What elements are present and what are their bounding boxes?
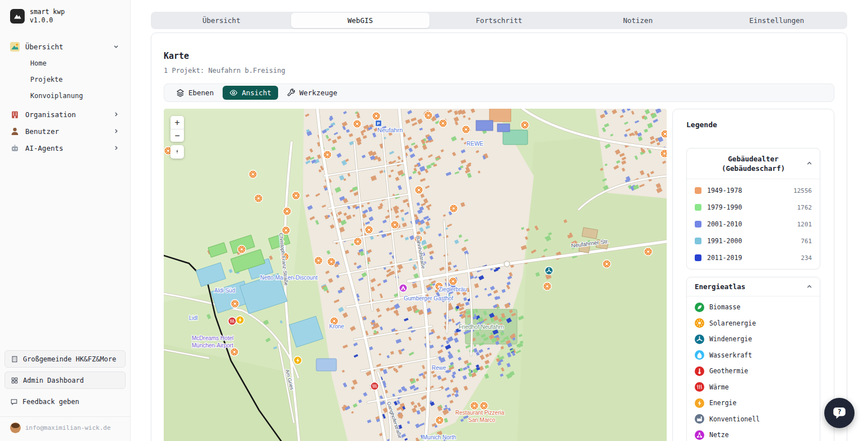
map-marker-energy[interactable] bbox=[236, 316, 244, 324]
map-marker-solar[interactable] bbox=[462, 126, 470, 133]
chevron-up-icon bbox=[805, 282, 814, 291]
compass-button[interactable] bbox=[170, 145, 184, 159]
map-marker-solar[interactable] bbox=[230, 348, 238, 356]
map-marker-solar[interactable] bbox=[436, 416, 444, 424]
map-marker-solar[interactable] bbox=[424, 112, 432, 119]
sidebar-item-projekte[interactable]: Projekte bbox=[4, 71, 126, 87]
map-marker-solar[interactable] bbox=[480, 402, 488, 410]
robot-icon bbox=[10, 143, 20, 153]
map-marker-solar[interactable] bbox=[661, 130, 667, 138]
feedback-button[interactable]: Feedback geben bbox=[4, 393, 126, 410]
tab-webgis[interactable]: WebGIS bbox=[291, 13, 430, 28]
thermometer-icon bbox=[695, 366, 704, 376]
user-icon bbox=[10, 127, 20, 136]
sun-icon bbox=[695, 318, 704, 328]
chevron-right-icon bbox=[112, 127, 120, 135]
map-marker-solar[interactable] bbox=[315, 257, 322, 264]
legend-item-1949-1978: 1949-1978 12556 bbox=[687, 182, 820, 199]
map-marker-solar[interactable] bbox=[603, 260, 611, 268]
map-marker-solar[interactable] bbox=[543, 282, 551, 290]
legend-item-windenergie: Windenergie bbox=[687, 331, 820, 347]
map-marker-solar[interactable] bbox=[661, 150, 667, 157]
map-marker-wind[interactable] bbox=[545, 267, 553, 275]
map-marker-solar[interactable] bbox=[365, 226, 373, 234]
compass-needle-icon bbox=[174, 147, 181, 156]
energieatlas-title: Energieatlas bbox=[695, 282, 745, 291]
legend-item-1979-1990: 1979-1990 1762 bbox=[687, 199, 820, 216]
map-marker-solar[interactable] bbox=[292, 192, 300, 199]
map-card: Karte 1 Projekt: Neufahrn b.Freising Ebe… bbox=[151, 33, 847, 441]
sidebar-item-uebersicht[interactable]: Übersicht bbox=[4, 38, 126, 55]
legend-item-wasserkraft: Wasserkraft bbox=[687, 347, 820, 364]
building-icon bbox=[11, 355, 19, 363]
map-marker-solar[interactable] bbox=[449, 277, 457, 285]
map-marker-solar[interactable] bbox=[372, 112, 380, 120]
sidebar-item-home[interactable]: Home bbox=[4, 55, 126, 71]
app-logo: smart kwp v1.0.0 bbox=[4, 8, 126, 25]
map-marker-solar[interactable] bbox=[521, 121, 529, 129]
map-marker-solar[interactable] bbox=[353, 120, 361, 128]
sidebar-item-label: AI-Agents bbox=[25, 144, 63, 152]
tab-einstellungen[interactable]: Einstellungen bbox=[707, 13, 846, 28]
help-chat-button[interactable]: ? bbox=[824, 398, 855, 428]
sidebar-subitems: Home Projekte Konvoiplanung bbox=[4, 55, 126, 104]
map-marker-solar[interactable] bbox=[415, 186, 423, 194]
map-marker-solar[interactable] bbox=[439, 119, 447, 127]
color-chip bbox=[695, 204, 701, 211]
building-age-header[interactable]: Gebäudealter (Gebäudescharf) bbox=[687, 148, 820, 179]
chevron-right-icon bbox=[112, 144, 120, 152]
zoom-in-button[interactable]: + bbox=[170, 116, 184, 129]
map-marker-solar[interactable] bbox=[470, 402, 478, 410]
dashboard-grid-icon bbox=[11, 377, 19, 384]
map-label: San Marco bbox=[468, 417, 496, 423]
map-marker-heat[interactable] bbox=[371, 382, 378, 390]
map-marker-camp[interactable] bbox=[399, 284, 407, 292]
energieatlas-header[interactable]: Energieatlas bbox=[687, 277, 820, 296]
legend-item-solarenergie: Solarenergie bbox=[687, 315, 820, 332]
wind-turbine-icon bbox=[695, 335, 704, 344]
map-marker-heat[interactable] bbox=[228, 317, 236, 325]
map-marker-solar[interactable] bbox=[327, 258, 335, 266]
zoom-out-button[interactable]: − bbox=[170, 129, 184, 142]
tab-fortschritt[interactable]: Fortschritt bbox=[430, 13, 569, 28]
layers-button[interactable]: Ebenen bbox=[169, 86, 220, 100]
map-canvas[interactable]: P NeufahrnREWENetto Marken-DiscountAldi … bbox=[164, 109, 667, 441]
map-label: Aldi Süd bbox=[214, 287, 235, 294]
map-marker-solar[interactable] bbox=[231, 300, 239, 308]
tab-notizen[interactable]: Notizen bbox=[569, 13, 708, 28]
sidebar-item-benutzer[interactable]: Benutzer bbox=[4, 123, 126, 140]
map-marker-solar[interactable] bbox=[324, 151, 331, 159]
sidebar-item-konvoiplanung[interactable]: Konvoiplanung bbox=[4, 87, 126, 104]
map-marker-solar[interactable] bbox=[249, 170, 257, 178]
sidebar-item-ai-agents[interactable]: AI-Agents bbox=[4, 140, 126, 156]
tab-uebersicht[interactable]: Übersicht bbox=[152, 13, 291, 28]
map-label: Zieglerbräu bbox=[438, 286, 467, 293]
svg-text:P: P bbox=[377, 121, 380, 126]
building-age-title: Gebäudealter (Gebäudescharf) bbox=[722, 154, 785, 173]
view-button[interactable]: Ansicht bbox=[223, 86, 278, 100]
overview-icon bbox=[10, 42, 20, 52]
org-switcher-button[interactable]: Großgemeinde HK&FZ&More bbox=[4, 350, 126, 368]
tools-button[interactable]: Werkzeuge bbox=[280, 86, 344, 100]
map-marker-solar[interactable] bbox=[238, 245, 246, 253]
water-drop-icon bbox=[695, 350, 704, 360]
map-marker-solar[interactable] bbox=[450, 205, 458, 212]
view-label: Ansicht bbox=[242, 89, 271, 97]
user-email: info@maximilian-wick.de bbox=[25, 424, 110, 431]
map-marker-solar[interactable] bbox=[391, 221, 399, 229]
map-marker-solar[interactable] bbox=[644, 248, 652, 256]
map-marker-solar[interactable] bbox=[283, 207, 291, 215]
map-marker-solar[interactable] bbox=[354, 238, 362, 245]
admin-dashboard-button[interactable]: Admin Dashboard bbox=[4, 372, 126, 389]
avatar bbox=[10, 423, 21, 433]
color-chip bbox=[695, 254, 701, 261]
map-marker-energy[interactable] bbox=[294, 356, 302, 364]
chevron-up-icon bbox=[805, 159, 814, 168]
sidebar-item-organisation[interactable]: Organisation bbox=[4, 106, 126, 123]
map-marker-solar[interactable] bbox=[255, 194, 262, 202]
map-marker-parking[interactable]: P bbox=[376, 120, 382, 127]
map-label: Friedhof Neufahrn bbox=[459, 324, 504, 330]
heat-waves-icon bbox=[695, 382, 704, 392]
layers-icon bbox=[176, 89, 184, 97]
sidebar-item-label: Übersicht bbox=[25, 43, 63, 51]
